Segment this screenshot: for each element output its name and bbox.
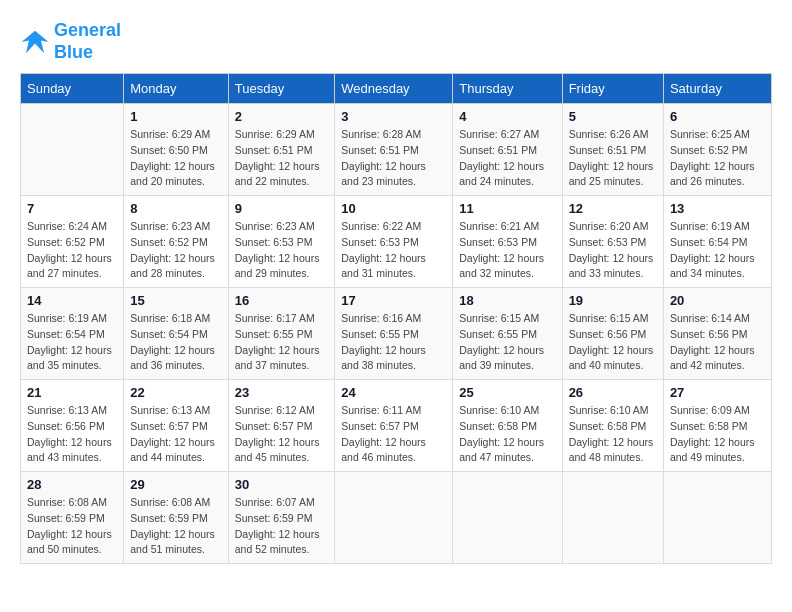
calendar-cell [21, 104, 124, 196]
day-info: Sunrise: 6:19 AMSunset: 6:54 PMDaylight:… [670, 219, 765, 282]
calendar-cell [453, 472, 562, 564]
header-saturday: Saturday [663, 74, 771, 104]
day-number: 3 [341, 109, 446, 124]
header-tuesday: Tuesday [228, 74, 334, 104]
day-info: Sunrise: 6:14 AMSunset: 6:56 PMDaylight:… [670, 311, 765, 374]
calendar-cell: 7Sunrise: 6:24 AMSunset: 6:52 PMDaylight… [21, 196, 124, 288]
day-number: 8 [130, 201, 222, 216]
calendar-cell: 5Sunrise: 6:26 AMSunset: 6:51 PMDaylight… [562, 104, 663, 196]
day-number: 16 [235, 293, 328, 308]
day-number: 5 [569, 109, 657, 124]
day-number: 15 [130, 293, 222, 308]
day-info: Sunrise: 6:17 AMSunset: 6:55 PMDaylight:… [235, 311, 328, 374]
day-number: 10 [341, 201, 446, 216]
page-header: General Blue [20, 20, 772, 63]
calendar-cell: 29Sunrise: 6:08 AMSunset: 6:59 PMDayligh… [124, 472, 229, 564]
day-number: 23 [235, 385, 328, 400]
day-number: 30 [235, 477, 328, 492]
day-number: 1 [130, 109, 222, 124]
day-number: 17 [341, 293, 446, 308]
day-info: Sunrise: 6:28 AMSunset: 6:51 PMDaylight:… [341, 127, 446, 190]
calendar-cell: 18Sunrise: 6:15 AMSunset: 6:55 PMDayligh… [453, 288, 562, 380]
calendar-cell: 28Sunrise: 6:08 AMSunset: 6:59 PMDayligh… [21, 472, 124, 564]
calendar-cell [335, 472, 453, 564]
calendar-cell: 9Sunrise: 6:23 AMSunset: 6:53 PMDaylight… [228, 196, 334, 288]
day-info: Sunrise: 6:23 AMSunset: 6:53 PMDaylight:… [235, 219, 328, 282]
day-info: Sunrise: 6:13 AMSunset: 6:56 PMDaylight:… [27, 403, 117, 466]
calendar-cell: 17Sunrise: 6:16 AMSunset: 6:55 PMDayligh… [335, 288, 453, 380]
calendar-cell: 11Sunrise: 6:21 AMSunset: 6:53 PMDayligh… [453, 196, 562, 288]
day-number: 7 [27, 201, 117, 216]
logo-icon [20, 27, 50, 57]
calendar-cell: 19Sunrise: 6:15 AMSunset: 6:56 PMDayligh… [562, 288, 663, 380]
header-sunday: Sunday [21, 74, 124, 104]
day-number: 18 [459, 293, 555, 308]
calendar-cell: 16Sunrise: 6:17 AMSunset: 6:55 PMDayligh… [228, 288, 334, 380]
calendar-cell: 26Sunrise: 6:10 AMSunset: 6:58 PMDayligh… [562, 380, 663, 472]
calendar-cell: 3Sunrise: 6:28 AMSunset: 6:51 PMDaylight… [335, 104, 453, 196]
day-number: 6 [670, 109, 765, 124]
calendar-cell: 13Sunrise: 6:19 AMSunset: 6:54 PMDayligh… [663, 196, 771, 288]
day-info: Sunrise: 6:13 AMSunset: 6:57 PMDaylight:… [130, 403, 222, 466]
day-info: Sunrise: 6:19 AMSunset: 6:54 PMDaylight:… [27, 311, 117, 374]
day-number: 29 [130, 477, 222, 492]
day-number: 11 [459, 201, 555, 216]
calendar-cell: 15Sunrise: 6:18 AMSunset: 6:54 PMDayligh… [124, 288, 229, 380]
day-number: 12 [569, 201, 657, 216]
calendar-cell: 6Sunrise: 6:25 AMSunset: 6:52 PMDaylight… [663, 104, 771, 196]
day-info: Sunrise: 6:22 AMSunset: 6:53 PMDaylight:… [341, 219, 446, 282]
header-wednesday: Wednesday [335, 74, 453, 104]
day-number: 25 [459, 385, 555, 400]
header-thursday: Thursday [453, 74, 562, 104]
day-info: Sunrise: 6:27 AMSunset: 6:51 PMDaylight:… [459, 127, 555, 190]
calendar-cell: 12Sunrise: 6:20 AMSunset: 6:53 PMDayligh… [562, 196, 663, 288]
calendar-cell: 24Sunrise: 6:11 AMSunset: 6:57 PMDayligh… [335, 380, 453, 472]
day-info: Sunrise: 6:21 AMSunset: 6:53 PMDaylight:… [459, 219, 555, 282]
calendar-cell [663, 472, 771, 564]
day-info: Sunrise: 6:18 AMSunset: 6:54 PMDaylight:… [130, 311, 222, 374]
day-info: Sunrise: 6:07 AMSunset: 6:59 PMDaylight:… [235, 495, 328, 558]
day-number: 2 [235, 109, 328, 124]
day-number: 20 [670, 293, 765, 308]
day-info: Sunrise: 6:08 AMSunset: 6:59 PMDaylight:… [130, 495, 222, 558]
calendar-cell: 23Sunrise: 6:12 AMSunset: 6:57 PMDayligh… [228, 380, 334, 472]
day-number: 28 [27, 477, 117, 492]
calendar-cell: 2Sunrise: 6:29 AMSunset: 6:51 PMDaylight… [228, 104, 334, 196]
day-info: Sunrise: 6:15 AMSunset: 6:56 PMDaylight:… [569, 311, 657, 374]
day-number: 24 [341, 385, 446, 400]
day-info: Sunrise: 6:16 AMSunset: 6:55 PMDaylight:… [341, 311, 446, 374]
logo-text: General Blue [54, 20, 121, 63]
day-number: 14 [27, 293, 117, 308]
calendar-cell: 14Sunrise: 6:19 AMSunset: 6:54 PMDayligh… [21, 288, 124, 380]
calendar-cell: 30Sunrise: 6:07 AMSunset: 6:59 PMDayligh… [228, 472, 334, 564]
header-monday: Monday [124, 74, 229, 104]
calendar-cell: 25Sunrise: 6:10 AMSunset: 6:58 PMDayligh… [453, 380, 562, 472]
calendar-week-3: 21Sunrise: 6:13 AMSunset: 6:56 PMDayligh… [21, 380, 772, 472]
calendar-week-1: 7Sunrise: 6:24 AMSunset: 6:52 PMDaylight… [21, 196, 772, 288]
calendar-week-2: 14Sunrise: 6:19 AMSunset: 6:54 PMDayligh… [21, 288, 772, 380]
day-info: Sunrise: 6:09 AMSunset: 6:58 PMDaylight:… [670, 403, 765, 466]
day-info: Sunrise: 6:25 AMSunset: 6:52 PMDaylight:… [670, 127, 765, 190]
calendar-table: SundayMondayTuesdayWednesdayThursdayFrid… [20, 73, 772, 564]
calendar-cell: 1Sunrise: 6:29 AMSunset: 6:50 PMDaylight… [124, 104, 229, 196]
day-info: Sunrise: 6:23 AMSunset: 6:52 PMDaylight:… [130, 219, 222, 282]
day-info: Sunrise: 6:12 AMSunset: 6:57 PMDaylight:… [235, 403, 328, 466]
day-info: Sunrise: 6:10 AMSunset: 6:58 PMDaylight:… [459, 403, 555, 466]
calendar-header: SundayMondayTuesdayWednesdayThursdayFrid… [21, 74, 772, 104]
day-number: 27 [670, 385, 765, 400]
day-info: Sunrise: 6:15 AMSunset: 6:55 PMDaylight:… [459, 311, 555, 374]
day-number: 19 [569, 293, 657, 308]
day-info: Sunrise: 6:08 AMSunset: 6:59 PMDaylight:… [27, 495, 117, 558]
calendar-cell: 4Sunrise: 6:27 AMSunset: 6:51 PMDaylight… [453, 104, 562, 196]
calendar-cell: 22Sunrise: 6:13 AMSunset: 6:57 PMDayligh… [124, 380, 229, 472]
day-info: Sunrise: 6:24 AMSunset: 6:52 PMDaylight:… [27, 219, 117, 282]
day-number: 9 [235, 201, 328, 216]
day-info: Sunrise: 6:26 AMSunset: 6:51 PMDaylight:… [569, 127, 657, 190]
day-info: Sunrise: 6:11 AMSunset: 6:57 PMDaylight:… [341, 403, 446, 466]
day-info: Sunrise: 6:29 AMSunset: 6:50 PMDaylight:… [130, 127, 222, 190]
logo: General Blue [20, 20, 121, 63]
calendar-cell: 27Sunrise: 6:09 AMSunset: 6:58 PMDayligh… [663, 380, 771, 472]
calendar-cell [562, 472, 663, 564]
svg-marker-0 [22, 30, 49, 53]
calendar-week-0: 1Sunrise: 6:29 AMSunset: 6:50 PMDaylight… [21, 104, 772, 196]
